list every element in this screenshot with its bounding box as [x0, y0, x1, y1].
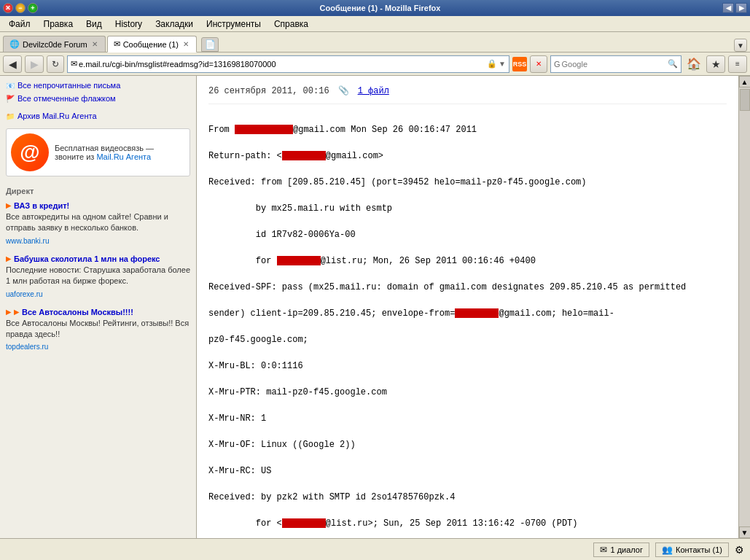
email-content: 26 сентября 2011, 00:16 📎 1 файл From @g… — [197, 76, 738, 538]
status-bar: ✉ 1 диалог 👥 Контакты (1) ⚙ — [0, 538, 750, 560]
contacts-icon: 👥 — [662, 545, 673, 555]
flag-icon: 🚩 — [6, 95, 15, 103]
stop-button[interactable]: ✕ — [530, 55, 547, 73]
bookmarks-star[interactable]: ★ — [706, 55, 725, 73]
address-input[interactable] — [79, 60, 485, 69]
ad-3-text: Все Автосалоны Москвы! Рейтинги, отзывы!… — [6, 318, 190, 341]
tab-1-label: Devilzc0de Forum — [23, 40, 87, 49]
search-icon[interactable]: 🔍 — [668, 59, 678, 69]
header-nr: X-Mru-NR: 1 — [208, 413, 266, 424]
menu-tools[interactable]: Инструменты — [200, 18, 267, 31]
search-bar: G 🔍 — [550, 55, 681, 73]
tab-1[interactable]: 🌐 Devilzc0de Forum ✕ — [3, 36, 106, 52]
menu-edit[interactable]: Правка — [38, 18, 79, 31]
header-spf-2: sender) client-ip=209.85.210.45; envelop… — [208, 308, 614, 319]
back-button[interactable]: ◀ — [3, 55, 22, 73]
header-returnpath: Return-path: < @gmail.com> — [208, 151, 383, 161]
menu-bar: Файл Правка Вид History Закладки Инструм… — [0, 16, 750, 32]
sidebar-archive-link[interactable]: 📁 Архив Mail.Ru Агента — [0, 109, 196, 122]
new-tab-button[interactable]: 📄 — [201, 37, 219, 52]
ad-1: ВАЗ в кредит! Все автокредиты на одном с… — [0, 197, 196, 250]
for-redacted-2 — [282, 518, 326, 528]
scroll-down[interactable]: ▼ — [739, 526, 751, 538]
email-scrollbar[interactable]: ▲ ▼ — [738, 76, 750, 538]
contacts-label: Контакты (1) — [676, 545, 722, 554]
nav-bar: ◀ ▶ ↻ ✉ 🔒 ▼ RSS ✕ G 🔍 🏠 ★ ≡ — [0, 52, 750, 76]
sidebar-flagged-link[interactable]: 🚩 Все отмеченные флажком — [0, 92, 196, 105]
tab-list-button[interactable]: ▼ — [734, 39, 747, 52]
returnpath-redacted — [282, 151, 326, 160]
unread-link[interactable]: Все непрочитанные письма — [17, 81, 120, 90]
attachment-icon: 📎 — [338, 85, 349, 98]
ad-2-title[interactable]: Бабушка сколотила 1 млн на форекс — [6, 254, 190, 263]
tab-2-label: Сообщение (1) — [123, 40, 179, 49]
from-redacted — [235, 125, 293, 134]
search-engine-label: G — [554, 60, 560, 69]
contacts-badge[interactable]: 👥 Контакты (1) — [655, 542, 729, 557]
ad-2-link[interactable]: uaforexe.ru — [6, 290, 43, 298]
flagged-link[interactable]: Все отмеченные флажком — [17, 94, 116, 103]
tab-2[interactable]: ✉ Сообщение (1) ✕ — [107, 36, 197, 52]
search-input[interactable] — [562, 60, 668, 69]
header-received-2b: for < @list.ru>; Sun, 25 Sep 2011 13:16:… — [208, 518, 577, 529]
archive-icon: 📁 — [6, 112, 15, 120]
scroll-up[interactable]: ▲ — [739, 76, 751, 88]
header-received-1d: for @list.ru; Mon, 26 Sep 2011 00:16:46 … — [208, 256, 536, 266]
maximize-button[interactable]: + — [28, 3, 38, 13]
dialog-icon: ✉ — [600, 545, 607, 555]
home-button[interactable]: 🏠 — [684, 55, 703, 73]
reload-button[interactable]: ↻ — [47, 55, 64, 73]
page-favicon-small: ✉ — [71, 59, 77, 69]
nav-prev-title-btn[interactable]: ◀ — [722, 3, 734, 13]
main-layout: 📧 Все непрочитанные письма 🚩 Все отмечен… — [0, 76, 750, 538]
menu-history[interactable]: History — [109, 18, 148, 31]
ad-1-text: Все автокредиты на одном сайте! Сравни и… — [6, 211, 190, 234]
agent-text: Бесплатная видеосвязь —звоните из Mail.R… — [55, 144, 154, 161]
email-raw-headers: From @gmail.com Mon Sep 26 00:16:47 2011… — [208, 110, 727, 538]
mailru-settings[interactable]: ⚙ — [735, 544, 744, 556]
menu-bookmarks[interactable]: Закладки — [149, 18, 199, 31]
ad-3-title[interactable]: ▶Все Автосалоны Москвы!!!! — [6, 308, 190, 316]
email-header-bar: 26 сентября 2011, 00:16 📎 1 файл — [208, 82, 727, 104]
ad-1-link[interactable]: www.banki.ru — [6, 237, 49, 245]
rss-button[interactable]: RSS — [512, 57, 527, 71]
tab-1-close[interactable]: ✕ — [90, 40, 99, 48]
ad-2-text: Последние новости: Старушка заработала б… — [6, 265, 190, 287]
os-window-frame: ✕ − + Сообщение (1) - Mozilla Firefox ◀ … — [0, 0, 750, 560]
for-redacted-1 — [277, 256, 321, 265]
header-bl: X-Mru-BL: 0:0:1116 — [208, 361, 303, 371]
menu-file[interactable]: Файл — [3, 18, 36, 31]
window-title: Сообщение (1) - Mozilla Firefox — [320, 4, 441, 12]
ad-3-link[interactable]: topdealers.ru — [6, 343, 48, 351]
address-bar: ✉ 🔒 ▼ — [67, 55, 509, 73]
agent-link[interactable]: Mail.Ru Агента — [96, 152, 151, 161]
archive-link[interactable]: Архив Mail.Ru Агента — [17, 112, 97, 120]
header-spf-3: pz0-f45.google.com; — [208, 335, 308, 345]
header-received-1b: by mx25.mail.ru with esmtp — [208, 203, 392, 214]
tab-2-favicon: ✉ — [114, 39, 120, 49]
menu-view[interactable]: Вид — [80, 18, 108, 31]
forward-button[interactable]: ▶ — [25, 55, 44, 73]
more-tools-btn[interactable]: ≡ — [728, 55, 747, 73]
minimize-button[interactable]: − — [15, 3, 26, 13]
tab-bar: 🌐 Devilzc0de Forum ✕ ✉ Сообщение (1) ✕ 📄… — [0, 32, 750, 52]
header-received-2: Received: by pzk2 with SMTP id 2so147857… — [208, 492, 455, 502]
nav-next-title-btn[interactable]: ▶ — [735, 3, 747, 13]
close-button[interactable]: ✕ — [3, 3, 13, 13]
header-from-line: From @gmail.com Mon Sep 26 00:16:47 2011 — [208, 125, 477, 135]
attachment-link[interactable]: 1 файл — [358, 85, 389, 98]
dialog-badge[interactable]: ✉ 1 диалог — [593, 542, 649, 557]
status-right: ✉ 1 диалог 👥 Контакты (1) ⚙ — [593, 542, 744, 557]
agent-banner: @ Бесплатная видеосвязь —звоните из Mail… — [6, 128, 190, 176]
tab-2-close[interactable]: ✕ — [181, 40, 190, 48]
tab-1-favicon: 🌐 — [9, 39, 20, 49]
header-spf: Received-SPF: pass (mx25.mail.ru: domain… — [208, 282, 686, 292]
menu-help[interactable]: Справка — [268, 18, 314, 31]
sidebar-unread-link[interactable]: 📧 Все непрочитанные письма — [0, 79, 196, 92]
scroll-thumb[interactable] — [740, 89, 750, 111]
header-ptr: X-Mru-PTR: mail-pz0-f45.google.com — [208, 387, 387, 397]
ad-1-title[interactable]: ВАЗ в кредит! — [6, 201, 190, 210]
header-received-1: Received: from [209.85.210.45] (port=394… — [208, 177, 586, 187]
identity-icon[interactable]: ▼ — [499, 60, 506, 68]
new-tab-icon: 📄 — [205, 39, 216, 50]
